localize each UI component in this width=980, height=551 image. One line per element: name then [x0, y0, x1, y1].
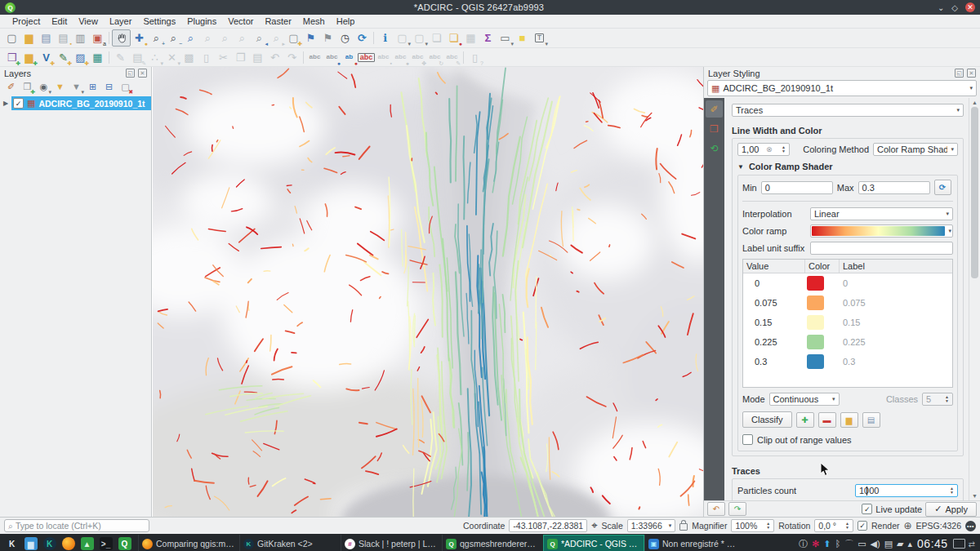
layout-manager-icon[interactable]: ▥ [72, 30, 89, 46]
expand-caret-icon[interactable]: ▶ [0, 100, 11, 107]
zoom-in-icon[interactable]: ⌕+ [148, 30, 165, 46]
zoom-last-icon[interactable]: ⌕◂ [251, 30, 268, 46]
bookmark-manager-icon[interactable]: ⚑ [319, 30, 336, 46]
extents-toggle-icon[interactable]: ⌖ [591, 519, 597, 532]
add-raster-layer-icon[interactable]: ▨✚ [72, 50, 89, 65]
remove-value-button[interactable]: ▬ [818, 412, 836, 428]
min-input[interactable]: 0 [761, 181, 833, 194]
volume-tray-icon[interactable]: ◀) [871, 539, 880, 549]
add-group-icon[interactable]: ❒✚ [20, 80, 35, 94]
layer-labeling-icon[interactable]: abc [306, 50, 323, 65]
add-mesh-layer-icon[interactable]: ▦ [89, 50, 106, 65]
change-label-icon[interactable]: abc✎ [443, 50, 461, 65]
redo-style-button[interactable]: ↷ [728, 502, 746, 516]
menu-plugins[interactable]: Plugins [181, 16, 222, 27]
zoom-to-layer-icon[interactable]: ⌕ [216, 30, 234, 46]
zoom-full-icon[interactable]: ⌕ [182, 30, 199, 46]
filter-by-expression-icon[interactable]: ▼▾ [69, 80, 84, 94]
collapse-all-icon[interactable]: ⊟ [101, 80, 117, 94]
collapse-arrow-icon[interactable]: ▼ [737, 163, 744, 171]
text-annotation-icon[interactable]: T▾ [531, 30, 548, 46]
menu-layer[interactable]: Layer [104, 16, 138, 27]
updates-tray-icon[interactable]: ⬆ [823, 539, 831, 549]
interpolation-combo[interactable]: Linear▾ [810, 207, 953, 220]
launcher-image-viewer[interactable]: ▲ [78, 535, 96, 551]
tab-history[interactable]: ⟲ [706, 140, 723, 157]
table-row[interactable]: 0.3 0.3 [743, 352, 952, 371]
panel-close-icon[interactable]: ✕ [967, 69, 976, 78]
scale-combo[interactable]: 1:33966▾ [627, 519, 675, 532]
processing-toolbox-icon[interactable]: ▯? [466, 50, 483, 65]
coloring-method-combo[interactable]: Color Ramp Shader▾ [873, 143, 958, 156]
menu-vector[interactable]: Vector [222, 16, 259, 27]
table-row[interactable]: 0.15 0.15 [743, 313, 952, 332]
undo-style-button[interactable]: ↶ [707, 502, 725, 516]
digitize-icon[interactable]: ∴▾ [146, 50, 163, 65]
filter-legend-icon[interactable]: ▼ [52, 80, 68, 94]
highlight-labels-icon[interactable]: abc● [392, 50, 409, 65]
launcher-terminal[interactable]: >_ [96, 535, 115, 551]
scrollbar-thumb[interactable] [971, 107, 978, 278]
map-tips-icon[interactable]: ■ [514, 30, 531, 46]
clock[interactable]: 06:45 [917, 537, 948, 550]
pan-map-icon[interactable] [112, 29, 131, 47]
bluetooth-tray-icon[interactable]: ᛒ [835, 539, 841, 549]
scrollbar[interactable]: ▲ ▼ [969, 98, 980, 500]
panel-float-icon[interactable]: ◱ [126, 69, 135, 78]
vault-tray-icon[interactable]: ▰ [897, 539, 903, 549]
zoom-to-selection-icon[interactable]: ⌕ [199, 30, 216, 46]
menu-view[interactable]: View [73, 16, 104, 27]
task-button-5[interactable]: ▣Non enregistré * — Sp... [644, 535, 746, 551]
new-bookmark-icon[interactable]: ⚑ [302, 30, 319, 46]
task-button-1[interactable]: KGitKraken <2> [239, 535, 341, 551]
save-project-icon[interactable]: ▤ [38, 30, 55, 46]
magnifier-spinbox[interactable]: 100%▲▼ [731, 519, 774, 532]
rotation-spinbox[interactable]: 0,0 °▲▼ [814, 519, 853, 532]
menu-raster[interactable]: Raster [259, 16, 296, 27]
apply-button[interactable]: ✓Apply [925, 502, 977, 517]
delete-selected-icon[interactable]: ▯ [198, 50, 215, 65]
style-type-combo[interactable]: Traces▾ [732, 104, 964, 117]
load-ramp-button[interactable]: ▆ [840, 412, 858, 428]
menu-help[interactable]: Help [331, 16, 361, 27]
wifi-tray-icon[interactable]: ⌒ [844, 538, 853, 550]
modify-attributes-icon[interactable]: ▩ [180, 50, 198, 65]
line-width-spinbox[interactable]: 1,00 ⊗ ▲▼ [737, 143, 790, 156]
launcher-gitkraken[interactable]: K [40, 535, 59, 551]
clipboard-tray-icon[interactable]: ▤ [884, 539, 893, 549]
temporal-controller-icon[interactable]: ◷ [336, 30, 354, 46]
new-shapefile-layer-icon[interactable]: ✎✚ [55, 50, 72, 65]
expand-all-icon[interactable]: ⊞ [85, 80, 100, 94]
open-attribute-table-icon[interactable]: ▦ [462, 30, 479, 46]
menu-project[interactable]: Project [7, 16, 46, 27]
table-row[interactable]: 0.075 0.075 [743, 293, 952, 313]
coordinate-input[interactable]: -43.1087,-22.8381 [509, 519, 587, 532]
messages-icon[interactable]: ••• [965, 521, 976, 531]
remove-layer-icon[interactable]: ▢✖ [118, 80, 133, 94]
select-features-icon[interactable]: ▢▾ [394, 30, 411, 46]
reload-minmax-button[interactable]: ⟳ [934, 180, 951, 195]
label-unit-suffix-input[interactable] [810, 242, 953, 255]
lock-icon[interactable] [679, 523, 688, 531]
rotate-label-icon[interactable]: abc↻ [426, 50, 443, 65]
pin-labels-icon[interactable]: abc▪ [375, 50, 392, 65]
table-row[interactable]: 0 0 [743, 273, 952, 293]
classify-button[interactable]: Classify [742, 411, 792, 428]
label-toolbar-icon[interactable]: abc [358, 50, 375, 65]
render-checkbox[interactable]: ✓ [858, 521, 867, 531]
table-row[interactable]: 0.225 0.225 [743, 332, 952, 352]
toggle-editing-icon[interactable]: ✎ [112, 50, 129, 65]
identify-features-icon[interactable]: ℹ [376, 30, 394, 46]
color-ramp-combo[interactable]: ▾ [810, 224, 953, 238]
style-manager-icon[interactable]: ▣a [89, 30, 106, 46]
refresh-map-icon[interactable]: ⟳ [354, 30, 371, 46]
globe-icon[interactable]: ⊕ [903, 520, 911, 531]
slack-tray-icon[interactable]: ✻ [812, 539, 819, 549]
max-input[interactable]: 0.3 [858, 181, 930, 194]
add-value-button[interactable]: ✚ [796, 412, 814, 428]
add-ogc-layer-icon[interactable]: ▆✚ [20, 50, 38, 65]
display-tray-icon[interactable]: ▭ [858, 539, 866, 549]
new-map-view-icon[interactable]: ▢✚ [285, 30, 302, 46]
labeling-options-icon[interactable]: ab● [341, 50, 358, 65]
data-source-manager-icon[interactable]: ❒✚ [3, 50, 20, 65]
